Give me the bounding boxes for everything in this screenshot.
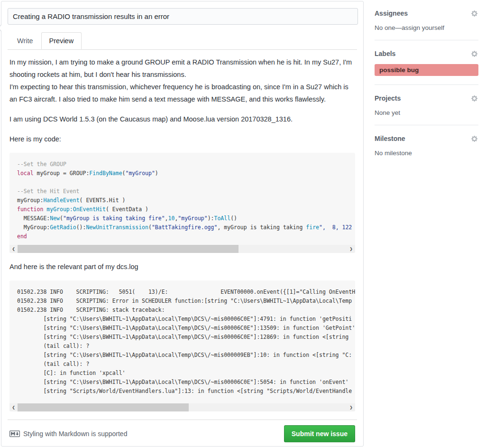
scroll-right-icon[interactable]: ❯ <box>347 403 355 411</box>
tab-write[interactable]: Write <box>9 32 41 49</box>
gear-icon[interactable] <box>471 95 478 102</box>
submit-new-issue-button[interactable]: Submit new issue <box>284 425 355 442</box>
sidebar-section-projects: Projects None yet <box>375 85 478 125</box>
gear-icon[interactable] <box>471 10 478 17</box>
label-possible-bug[interactable]: possible bug <box>375 64 478 76</box>
labels-title: Labels <box>375 50 395 57</box>
issue-body-paragraph: Here is my code: <box>9 133 355 145</box>
issue-title-input[interactable] <box>8 8 358 25</box>
projects-title: Projects <box>375 94 401 102</box>
milestone-value: No milestone <box>375 149 478 157</box>
gear-icon[interactable] <box>471 50 478 57</box>
issue-sidebar: Assignees No one—assign yourself Labels … <box>375 0 478 165</box>
scrollbar-thumb[interactable] <box>18 403 189 411</box>
sidebar-section-assignees: Assignees No one—assign yourself <box>375 0 478 40</box>
scroll-right-icon[interactable]: ❯ <box>347 245 355 253</box>
sidebar-section-labels: Labels possible bug <box>375 40 478 85</box>
code-horizontal-scrollbar[interactable]: ❮❯ <box>9 245 355 253</box>
issue-body-paragraph: I am using DCS World 1.5.3 (on the Cauca… <box>9 113 355 125</box>
assignees-title: Assignees <box>375 9 408 17</box>
markdown-icon <box>9 430 20 437</box>
issue-body-paragraph: And here is the relevant part of my dcs.… <box>9 261 355 273</box>
issue-body-paragraph: In my mission, I am trying to make a gro… <box>9 56 355 105</box>
assignees-value[interactable]: No one—assign yourself <box>375 24 478 31</box>
gear-icon[interactable] <box>471 135 478 142</box>
projects-value: None yet <box>375 109 478 116</box>
form-footer: Styling with Markdown is supported Submi… <box>8 420 357 442</box>
sidebar-section-milestone: Milestone No milestone <box>375 125 478 165</box>
scroll-left-icon[interactable]: ❮ <box>9 245 18 253</box>
scroll-left-icon[interactable]: ❮ <box>9 403 18 411</box>
dcs-log-block: 01502.238 INFO SCRIPTING: 5051( 13)/E: E… <box>9 280 355 411</box>
log-horizontal-scrollbar[interactable]: ❮❯ <box>9 403 355 411</box>
comment-box-caret <box>0 24 1 32</box>
milestone-title: Milestone <box>375 135 405 142</box>
new-issue-form: WritePreview In my mission, I am trying … <box>1 1 364 447</box>
tab-preview[interactable]: Preview <box>41 32 82 49</box>
lua-code-block: --Set the GROUP local myGroup = GROUP:Fi… <box>9 153 355 253</box>
markdown-supported-link[interactable]: Styling with Markdown is supported <box>9 430 127 438</box>
write-preview-tabs: WritePreview <box>8 32 357 50</box>
preview-pane: In my mission, I am trying to make a gro… <box>8 56 357 411</box>
scrollbar-thumb[interactable] <box>18 245 238 253</box>
